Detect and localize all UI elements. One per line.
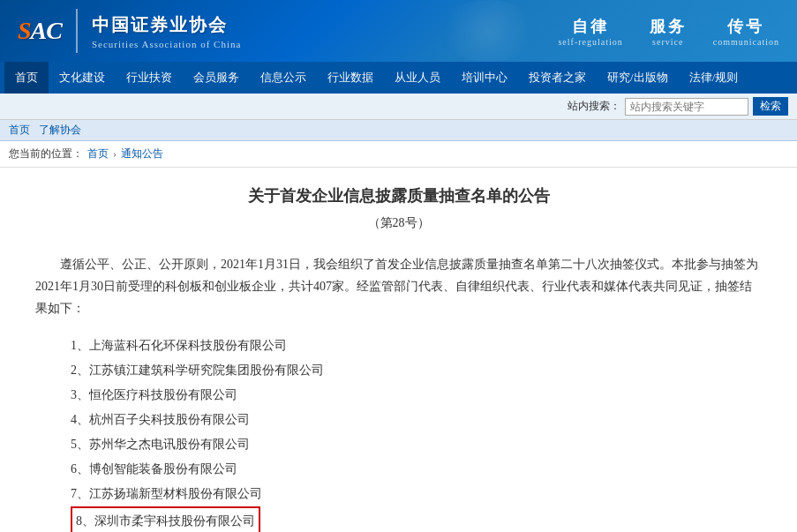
header: SAC 中国证券业协会 Securities Association of Ch… (0, 0, 797, 62)
list-item: 7、江苏扬瑞新型材料股份有限公司 (71, 482, 762, 506)
tag-service: 服务 service (650, 16, 687, 47)
sub-nav-home[interactable]: 首页 (9, 123, 30, 138)
nav-item-culture[interactable]: 文化建设 (49, 62, 116, 94)
sac-logo: SAC 中国证券业协会 Securities Association of Ch… (18, 9, 241, 53)
header-tags: 自律 self-regulation 服务 service 传号 communi… (558, 16, 779, 47)
nav-item-home[interactable]: 首页 (4, 62, 49, 94)
article-body: 遵循公平、公正、公开原则，2021年1月31日，我会组织了首发企业信息披露质量抽… (35, 253, 762, 320)
list-item: 2、江苏镇江建筑科学研究院集团股份有限公司 (71, 358, 762, 383)
nav-item-staff[interactable]: 从业人员 (384, 62, 451, 94)
tag-en-communication: communication (713, 37, 779, 47)
list-item: 3、恒伦医疗科技股份有限公司 (71, 383, 762, 408)
nav-item-info[interactable]: 信息公示 (250, 62, 317, 94)
nav-item-industry[interactable]: 行业扶资 (116, 62, 183, 94)
list-item: 6、博创智能装备股份有限公司 (71, 457, 762, 482)
sub-nav-about[interactable]: 了解协会 (39, 123, 81, 138)
article-title: 关于首发企业信息披露质量抽查名单的公告 (35, 185, 762, 206)
tag-self-regulation: 自律 self-regulation (558, 16, 622, 47)
search-bar: 站内搜索： 检索 (0, 94, 797, 120)
org-name-en: Securities Association of China (92, 39, 241, 49)
search-input[interactable] (625, 98, 748, 116)
tag-cn-service: 服务 (650, 16, 687, 37)
tag-communication: 传号 communication (713, 16, 779, 47)
search-button[interactable]: 检索 (753, 97, 788, 116)
search-label: 站内搜索： (568, 99, 620, 114)
company-list: 1、上海蓝科石化环保科技股份有限公司 2、江苏镇江建筑科学研究院集团股份有限公司… (71, 333, 762, 532)
nav-item-law[interactable]: 法律/规则 (679, 62, 749, 94)
header-left: SAC 中国证券业协会 Securities Association of Ch… (18, 9, 241, 53)
nav-bar: 首页 文化建设 行业扶资 会员服务 信息公示 行业数据 从业人员 培训中心 投资… (0, 62, 797, 94)
org-name-cn: 中国证券业协会 (92, 13, 241, 37)
list-item-highlighted: 8、深圳市柔宇科技股份有限公司 (71, 506, 762, 532)
list-item: 5、苏州华之杰电讯股份有限公司 (71, 432, 762, 457)
nav-item-training[interactable]: 培训中心 (451, 62, 518, 94)
content-area: 关于首发企业信息披露质量抽查名单的公告 （第28号） 遵循公平、公正、公开原则，… (0, 168, 797, 532)
nav-item-data[interactable]: 行业数据 (317, 62, 384, 94)
breadcrumb-current[interactable]: 通知公告 (121, 146, 163, 161)
breadcrumb-home[interactable]: 首页 (87, 146, 109, 161)
list-item: 1、上海蓝科石化环保科技股份有限公司 (71, 333, 762, 358)
breadcrumb: 您当前的位置： 首页 › 通知公告 (0, 141, 797, 168)
tag-en-self-regulation: self-regulation (558, 37, 622, 47)
list-item: 4、杭州百子尖科技股份有限公司 (71, 408, 762, 432)
breadcrumb-prefix: 您当前的位置： (9, 146, 83, 161)
sac-letters-icon: SAC (18, 17, 62, 45)
nav-item-investor[interactable]: 投资者之家 (518, 62, 597, 94)
article-subtitle: （第28号） (35, 215, 762, 231)
tag-cn-communication: 传号 (727, 16, 764, 37)
nav-item-research[interactable]: 研究/出版物 (597, 62, 679, 94)
nav-item-member[interactable]: 会员服务 (183, 62, 250, 94)
tag-en-service: service (652, 37, 683, 47)
breadcrumb-arrow: › (113, 147, 117, 161)
sub-nav: 首页 了解协会 (0, 120, 797, 141)
org-name-block: 中国证券业协会 Securities Association of China (92, 13, 241, 49)
globe-decoration (435, 0, 541, 62)
tag-cn-self-regulation: 自律 (572, 16, 609, 37)
logo-divider (76, 9, 78, 53)
